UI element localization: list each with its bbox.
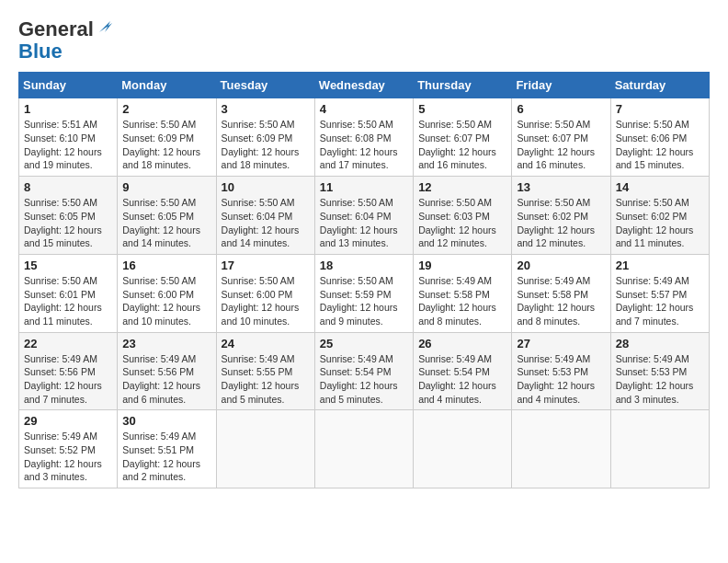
calendar-cell: 11 Sunrise: 5:50 AM Sunset: 6:04 PM Dayl… xyxy=(314,177,413,255)
day-number: 11 xyxy=(320,180,408,194)
day-number: 30 xyxy=(122,414,210,428)
calendar-cell: 17 Sunrise: 5:50 AM Sunset: 6:00 PM Dayl… xyxy=(216,254,314,332)
day-number: 20 xyxy=(517,259,605,272)
calendar-cell: 15 Sunrise: 5:50 AM Sunset: 6:01 PM Dayl… xyxy=(19,254,118,332)
calendar-cell: 2 Sunrise: 5:50 AM Sunset: 6:09 PM Dayli… xyxy=(118,98,216,177)
day-detail: Sunrise: 5:50 AM Sunset: 6:06 PM Dayligh… xyxy=(616,118,704,172)
day-detail: Sunrise: 5:49 AM Sunset: 5:56 PM Dayligh… xyxy=(122,352,210,407)
calendar-cell: 16 Sunrise: 5:50 AM Sunset: 6:00 PM Dayl… xyxy=(118,254,216,332)
day-number: 13 xyxy=(517,180,605,194)
day-detail: Sunrise: 5:49 AM Sunset: 5:53 PM Dayligh… xyxy=(517,352,605,407)
calendar-cell: 14 Sunrise: 5:50 AM Sunset: 6:02 PM Dayl… xyxy=(610,177,709,255)
day-detail: Sunrise: 5:50 AM Sunset: 5:59 PM Dayligh… xyxy=(320,274,408,328)
weekday-friday: Friday xyxy=(512,73,610,98)
day-number: 17 xyxy=(222,259,310,272)
day-number: 29 xyxy=(24,414,112,428)
day-detail: Sunrise: 5:49 AM Sunset: 5:54 PM Dayligh… xyxy=(418,352,506,407)
calendar-cell: 28 Sunrise: 5:49 AM Sunset: 5:53 PM Dayl… xyxy=(610,332,709,410)
day-number: 3 xyxy=(222,102,310,116)
day-number: 2 xyxy=(122,102,210,116)
day-number: 1 xyxy=(24,102,112,116)
day-number: 6 xyxy=(517,102,605,116)
day-detail: Sunrise: 5:49 AM Sunset: 5:52 PM Dayligh… xyxy=(24,430,112,484)
calendar-cell: 29 Sunrise: 5:49 AM Sunset: 5:52 PM Dayl… xyxy=(19,410,118,488)
day-detail: Sunrise: 5:49 AM Sunset: 5:56 PM Dayligh… xyxy=(24,352,112,407)
weekday-wednesday: Wednesday xyxy=(314,73,413,98)
calendar-cell xyxy=(216,410,314,488)
day-number: 18 xyxy=(320,259,408,272)
day-number: 10 xyxy=(222,180,310,194)
day-number: 26 xyxy=(418,337,506,350)
svg-marker-0 xyxy=(99,21,112,32)
calendar-cell: 25 Sunrise: 5:49 AM Sunset: 5:54 PM Dayl… xyxy=(314,332,413,410)
day-number: 4 xyxy=(320,102,408,116)
calendar-cell xyxy=(414,410,512,488)
weekday-header-row: SundayMondayTuesdayWednesdayThursdayFrid… xyxy=(19,73,710,98)
weekday-sunday: Sunday xyxy=(19,73,118,98)
week-row-1: 1 Sunrise: 5:51 AM Sunset: 6:10 PM Dayli… xyxy=(19,98,710,177)
calendar-cell: 7 Sunrise: 5:50 AM Sunset: 6:06 PM Dayli… xyxy=(610,98,709,177)
day-number: 14 xyxy=(616,180,704,194)
day-detail: Sunrise: 5:50 AM Sunset: 6:07 PM Dayligh… xyxy=(418,118,506,172)
day-detail: Sunrise: 5:50 AM Sunset: 6:02 PM Dayligh… xyxy=(517,196,605,250)
logo-bird-icon xyxy=(96,19,112,36)
day-detail: Sunrise: 5:50 AM Sunset: 6:03 PM Dayligh… xyxy=(418,196,506,250)
day-detail: Sunrise: 5:50 AM Sunset: 6:07 PM Dayligh… xyxy=(517,118,605,172)
day-detail: Sunrise: 5:50 AM Sunset: 6:08 PM Dayligh… xyxy=(320,118,408,172)
day-number: 28 xyxy=(616,337,704,350)
calendar-cell xyxy=(314,410,413,488)
day-detail: Sunrise: 5:49 AM Sunset: 5:58 PM Dayligh… xyxy=(517,274,605,328)
weekday-monday: Monday xyxy=(118,73,216,98)
day-number: 15 xyxy=(24,259,112,272)
calendar-cell: 1 Sunrise: 5:51 AM Sunset: 6:10 PM Dayli… xyxy=(19,98,118,177)
day-detail: Sunrise: 5:50 AM Sunset: 6:04 PM Dayligh… xyxy=(222,196,310,250)
day-detail: Sunrise: 5:49 AM Sunset: 5:58 PM Dayligh… xyxy=(418,274,506,328)
page-header: General Blue xyxy=(18,18,710,63)
calendar-cell: 27 Sunrise: 5:49 AM Sunset: 5:53 PM Dayl… xyxy=(512,332,610,410)
calendar-cell: 20 Sunrise: 5:49 AM Sunset: 5:58 PM Dayl… xyxy=(512,254,610,332)
day-number: 5 xyxy=(418,102,506,116)
day-detail: Sunrise: 5:50 AM Sunset: 6:01 PM Dayligh… xyxy=(24,274,112,328)
calendar-cell: 12 Sunrise: 5:50 AM Sunset: 6:03 PM Dayl… xyxy=(414,177,512,255)
calendar-cell xyxy=(512,410,610,488)
day-detail: Sunrise: 5:49 AM Sunset: 5:54 PM Dayligh… xyxy=(320,352,408,407)
day-number: 12 xyxy=(418,180,506,194)
calendar-cell: 30 Sunrise: 5:49 AM Sunset: 5:51 PM Dayl… xyxy=(118,410,216,488)
calendar-cell: 26 Sunrise: 5:49 AM Sunset: 5:54 PM Dayl… xyxy=(414,332,512,410)
calendar-cell: 18 Sunrise: 5:50 AM Sunset: 5:59 PM Dayl… xyxy=(314,254,413,332)
day-number: 9 xyxy=(122,180,210,194)
calendar-cell: 19 Sunrise: 5:49 AM Sunset: 5:58 PM Dayl… xyxy=(414,254,512,332)
week-row-3: 15 Sunrise: 5:50 AM Sunset: 6:01 PM Dayl… xyxy=(19,254,710,332)
day-number: 21 xyxy=(616,259,704,272)
day-number: 19 xyxy=(418,259,506,272)
calendar-cell: 4 Sunrise: 5:50 AM Sunset: 6:08 PM Dayli… xyxy=(314,98,413,177)
logo-general: General xyxy=(18,18,94,40)
logo-blue: Blue xyxy=(18,40,63,63)
weekday-thursday: Thursday xyxy=(414,73,512,98)
day-detail: Sunrise: 5:50 AM Sunset: 6:05 PM Dayligh… xyxy=(24,196,112,250)
calendar-cell: 5 Sunrise: 5:50 AM Sunset: 6:07 PM Dayli… xyxy=(414,98,512,177)
calendar-table: SundayMondayTuesdayWednesdayThursdayFrid… xyxy=(18,72,710,488)
day-number: 22 xyxy=(24,337,112,350)
day-detail: Sunrise: 5:49 AM Sunset: 5:51 PM Dayligh… xyxy=(122,430,210,484)
day-detail: Sunrise: 5:50 AM Sunset: 6:00 PM Dayligh… xyxy=(222,274,310,328)
calendar-cell: 21 Sunrise: 5:49 AM Sunset: 5:57 PM Dayl… xyxy=(610,254,709,332)
week-row-4: 22 Sunrise: 5:49 AM Sunset: 5:56 PM Dayl… xyxy=(19,332,710,410)
calendar-cell: 6 Sunrise: 5:50 AM Sunset: 6:07 PM Dayli… xyxy=(512,98,610,177)
week-row-2: 8 Sunrise: 5:50 AM Sunset: 6:05 PM Dayli… xyxy=(19,177,710,255)
week-row-5: 29 Sunrise: 5:49 AM Sunset: 5:52 PM Dayl… xyxy=(19,410,710,488)
day-number: 8 xyxy=(24,180,112,194)
day-detail: Sunrise: 5:50 AM Sunset: 6:00 PM Dayligh… xyxy=(122,274,210,328)
calendar-cell: 9 Sunrise: 5:50 AM Sunset: 6:05 PM Dayli… xyxy=(118,177,216,255)
day-number: 16 xyxy=(122,259,210,272)
day-detail: Sunrise: 5:49 AM Sunset: 5:57 PM Dayligh… xyxy=(616,274,704,328)
day-detail: Sunrise: 5:50 AM Sunset: 6:05 PM Dayligh… xyxy=(122,196,210,250)
logo: General Blue xyxy=(18,18,112,63)
day-number: 27 xyxy=(517,337,605,350)
calendar-cell: 23 Sunrise: 5:49 AM Sunset: 5:56 PM Dayl… xyxy=(118,332,216,410)
calendar-cell: 3 Sunrise: 5:50 AM Sunset: 6:09 PM Dayli… xyxy=(216,98,314,177)
day-detail: Sunrise: 5:50 AM Sunset: 6:09 PM Dayligh… xyxy=(122,118,210,172)
calendar-cell: 22 Sunrise: 5:49 AM Sunset: 5:56 PM Dayl… xyxy=(19,332,118,410)
weekday-tuesday: Tuesday xyxy=(216,73,314,98)
day-number: 24 xyxy=(222,337,310,350)
